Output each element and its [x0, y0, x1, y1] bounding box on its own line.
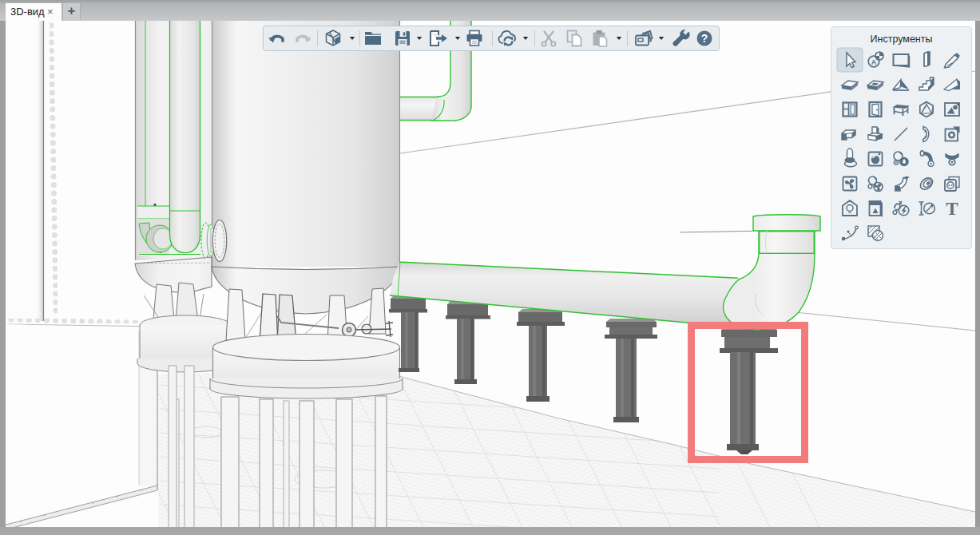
svg-text:A: A: [871, 58, 877, 66]
svg-text:?: ?: [701, 32, 708, 45]
svg-text:T: T: [946, 199, 958, 219]
